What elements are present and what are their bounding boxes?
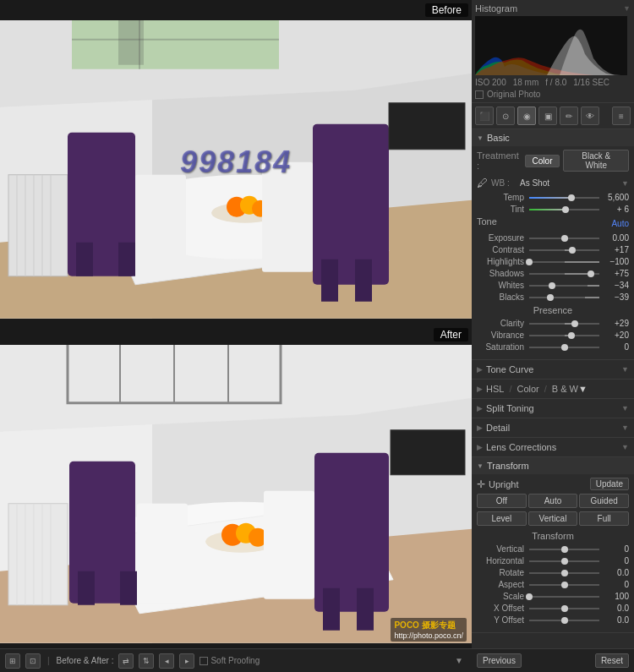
tone-curve-header[interactable]: ▶ Tone Curve ▼ xyxy=(472,360,634,380)
swap-btn[interactable]: ⇄ xyxy=(118,653,134,669)
prev-photo-btn[interactable]: ◂ xyxy=(159,653,174,669)
bottom-dropdown-arrow[interactable]: ▼ xyxy=(451,656,467,665)
grid-view-btn[interactable]: ⊞ xyxy=(5,653,20,669)
transform-vertical-slider[interactable] xyxy=(529,545,599,554)
radial-tool-btn[interactable]: ◉ xyxy=(517,107,536,125)
upright-guided-btn[interactable]: Guided xyxy=(579,494,629,508)
tint-slider[interactable] xyxy=(529,205,599,214)
lens-corrections-arrow: ▼ xyxy=(621,443,629,451)
upright-level-btn[interactable]: Level xyxy=(477,511,527,526)
upright-off-btn[interactable]: Off xyxy=(477,494,527,508)
crop-tool-btn[interactable]: ⬛ xyxy=(475,107,494,125)
svg-rect-59 xyxy=(314,452,389,611)
highlights-slider[interactable] xyxy=(529,258,599,266)
wb-dropdown-arrow[interactable]: ▼ xyxy=(621,179,629,188)
whites-thumb[interactable] xyxy=(549,282,555,289)
eyedropper-icon[interactable]: 🖊 xyxy=(477,177,488,189)
red-eye-btn[interactable]: 👁 xyxy=(581,107,599,125)
blacks-value: −39 xyxy=(599,292,629,302)
vibrance-thumb[interactable] xyxy=(568,332,575,339)
transform-yoffset-slider[interactable] xyxy=(529,616,599,625)
whites-fill xyxy=(588,285,599,287)
basic-section-header[interactable]: ▼ Basic xyxy=(472,129,634,146)
clarity-slider[interactable] xyxy=(529,320,599,328)
blacks-slider[interactable] xyxy=(529,293,599,302)
vibrance-slider[interactable] xyxy=(529,331,599,340)
hsl-bw-label[interactable]: B & W xyxy=(552,384,578,394)
tint-thumb[interactable] xyxy=(562,206,569,213)
temp-thumb[interactable] xyxy=(568,194,575,201)
tone-auto-btn[interactable]: Auto xyxy=(611,219,629,228)
lens-corrections-header[interactable]: ▶ Lens Corrections ▼ xyxy=(472,438,634,457)
transform-xoffset-thumb[interactable] xyxy=(561,605,568,612)
transform-section-header[interactable]: ▼ Transform xyxy=(472,457,634,474)
whites-label: Whites xyxy=(477,281,529,290)
hsl-options: HSL / Color / B & W xyxy=(486,384,578,394)
transform-horizontal-slider[interactable] xyxy=(529,557,599,565)
upright-auto-btn[interactable]: Auto xyxy=(528,494,578,508)
settings-btn[interactable]: ≡ xyxy=(612,107,631,125)
upright-vertical-btn[interactable]: Vertical xyxy=(528,511,578,526)
hsl-color-label[interactable]: Color xyxy=(516,384,538,394)
transform-rotate-value: 0.0 xyxy=(599,568,629,577)
shadows-thumb[interactable] xyxy=(588,270,594,277)
before-label: Before xyxy=(425,3,468,17)
transform-rotate-slider[interactable] xyxy=(529,569,599,577)
graduated-tool-btn[interactable]: ▣ xyxy=(538,107,557,125)
highlights-thumb[interactable] xyxy=(526,259,533,265)
bw-btn[interactable]: Black & White xyxy=(563,150,629,172)
update-btn[interactable]: Update xyxy=(590,478,629,490)
color-btn[interactable]: Color xyxy=(525,155,560,167)
blacks-thumb[interactable] xyxy=(547,294,554,301)
transform-rotate-thumb[interactable] xyxy=(561,570,568,576)
transform-aspect-value: 0 xyxy=(599,580,629,589)
transform-yoffset-thumb[interactable] xyxy=(561,617,568,624)
shadows-slider[interactable] xyxy=(529,270,599,278)
histogram-label: Histogram xyxy=(475,3,517,14)
transform-label: Transform xyxy=(487,461,529,471)
heal-tool-btn[interactable]: ⊙ xyxy=(496,107,515,125)
tint-slider-row: Tint + 6 xyxy=(477,205,629,214)
exposure-slider[interactable] xyxy=(529,234,599,243)
original-photo-checkbox[interactable] xyxy=(475,90,484,99)
previous-btn[interactable]: Previous xyxy=(477,653,522,668)
clarity-thumb[interactable] xyxy=(571,320,578,327)
svg-rect-58 xyxy=(120,571,137,604)
clarity-value: +29 xyxy=(599,319,629,328)
detail-header[interactable]: ▶ Detail ▼ xyxy=(472,418,634,438)
transform-scale-thumb[interactable] xyxy=(526,593,533,600)
transform-scale-slider[interactable] xyxy=(529,593,599,601)
whites-slider-row: Whites −34 xyxy=(477,281,629,290)
exposure-thumb[interactable] xyxy=(561,235,568,242)
adjustment-brush-btn[interactable]: ✏ xyxy=(560,107,578,125)
soft-proof-checkbox[interactable] xyxy=(199,657,208,665)
flip-btn[interactable]: ⇅ xyxy=(139,653,154,669)
hsl-label[interactable]: HSL xyxy=(486,384,504,394)
transform-aspect-thumb[interactable] xyxy=(561,582,568,588)
saturation-slider[interactable] xyxy=(529,343,599,352)
split-toning-header[interactable]: ▶ Split Toning ▼ xyxy=(472,399,634,418)
saturation-thumb[interactable] xyxy=(561,344,568,351)
hsl-sep2: / xyxy=(544,384,547,394)
next-photo-btn[interactable]: ▸ xyxy=(179,653,194,669)
poco-brand: POCO 摄影专题 xyxy=(394,620,463,631)
whites-slider[interactable] xyxy=(529,281,599,290)
transform-rotate-label: Rotate xyxy=(477,568,529,577)
svg-rect-25 xyxy=(321,260,338,302)
hsl-row: ▶ HSL / Color / B & W ▼ xyxy=(472,380,634,399)
transform-aspect-slider[interactable] xyxy=(529,581,599,589)
reset-btn[interactable]: Reset xyxy=(595,653,629,668)
contrast-thumb[interactable] xyxy=(569,247,576,254)
transform-vertical-thumb[interactable] xyxy=(561,546,568,553)
upright-full-btn[interactable]: Full xyxy=(579,511,629,526)
lens-corrections-label: Lens Corrections xyxy=(486,442,556,452)
compare-btn[interactable]: ⊡ xyxy=(25,653,41,669)
temp-slider[interactable] xyxy=(529,194,599,202)
contrast-slider[interactable] xyxy=(529,246,599,254)
transform-horizontal-thumb[interactable] xyxy=(561,558,568,565)
svg-rect-64 xyxy=(391,429,465,474)
before-after-label: Before & After : xyxy=(57,656,114,665)
contrast-slider-row: Contrast +17 xyxy=(477,245,629,254)
transform-xoffset-slider[interactable] xyxy=(529,604,599,613)
highlights-slider-row: Highlights −100 xyxy=(477,257,629,266)
